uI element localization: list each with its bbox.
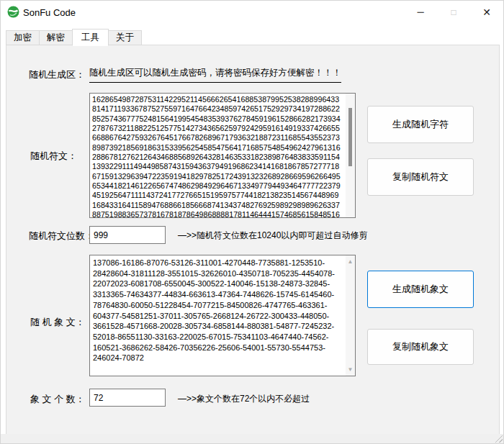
statusbar-strip [1,434,503,443]
glyphs-label: 随 机 象 文： [30,316,85,329]
app-logo-icon [7,6,19,18]
runes-scrollbar[interactable] [346,94,355,217]
runes-label: 随机符文： [30,150,77,163]
rune-length-hint: —>>随机符文位数在10240以内即可超过自动修剪 [178,230,367,242]
scroll-up-icon[interactable]: ▲ [346,257,355,266]
tab-tools[interactable]: 工具 [72,29,109,46]
generator-section-label: 随机生成区： [29,68,85,81]
tab-strip: 加密 解密 工具 关于 [6,28,141,45]
app-window: SonFu Code ─ □ ✕ 加密 解密 工具 关于 随机生成区： 随机生成… [0,0,504,444]
generate-glyphs-button[interactable]: 生成随机象文 [367,271,474,308]
glyph-count-input[interactable] [89,389,166,407]
generate-runes-button[interactable]: 生成随机字符 [367,106,474,143]
tab-decrypt[interactable]: 解密 [39,30,73,45]
runes-textarea[interactable]: 1628654987287531142295211456662654168853… [90,94,355,217]
glyph-count-label: 象 文 个 数： [30,393,85,406]
runes-textarea-frame: 1628654987287531142295211456662654168853… [89,93,356,218]
scroll-down-icon[interactable]: ▼ [346,365,355,374]
tab-about[interactable]: 关于 [108,30,142,45]
generator-notice-text: 随机生成区可以随机生成密码，请将密码保存好方便解密！！！ [89,67,341,83]
copy-glyphs-button[interactable]: 复制随机象文 [367,329,474,365]
titlebar: SonFu Code ─ □ ✕ [1,1,503,24]
glyphs-textarea[interactable]: 137086-16186-87076-53126-311001-4270448-… [90,255,355,376]
close-button[interactable]: ✕ [470,1,503,23]
copy-runes-button[interactable]: 复制随机符文 [367,158,474,196]
glyph-count-hint: —>>象文个数在72个以内不必超过 [178,393,310,405]
glyphs-textarea-frame: 137086-16186-87076-53126-311001-4270448-… [89,255,356,376]
rune-length-label: 随机符文位数： [29,230,94,243]
resize-grip-icon[interactable] [495,435,503,443]
tools-tab-panel: 随机生成区： 随机生成区可以随机生成密码，请将密码保存好方便解密！！！ 随机符文… [6,45,500,435]
maximize-button[interactable]: □ [437,1,470,23]
glyphs-scrollbar[interactable]: ▲ ▼ [346,255,355,376]
rune-length-input[interactable] [89,226,166,244]
window-title: SonFu Code [23,7,76,18]
tab-encrypt[interactable]: 加密 [6,30,40,45]
runes-scrollbar-thumb[interactable] [348,108,352,166]
minimize-button[interactable]: ─ [404,1,437,23]
